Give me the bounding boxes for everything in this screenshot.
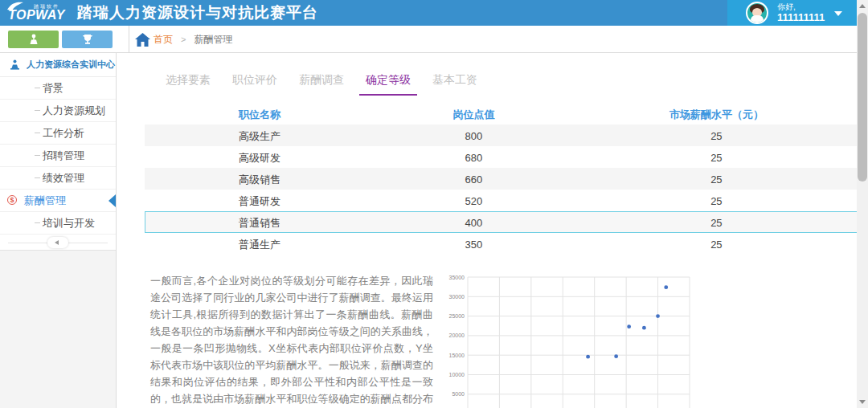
table-cell: 普通研发 [145, 190, 374, 212]
table-row[interactable]: 高级生产80025 [145, 124, 860, 146]
chevron-left-icon [55, 240, 59, 245]
scroll-down-icon[interactable] [859, 400, 866, 404]
breadcrumb: 首页 > 薪酬管理 [135, 26, 232, 53]
breadcrumb-current: 薪酬管理 [194, 33, 232, 47]
table-cell: 普通销售 [145, 212, 374, 234]
avatar[interactable] [746, 2, 768, 24]
grade-table: 职位名称岗位点值市场薪酬水平（元）高级生产80025高级研发68025高级销售6… [145, 104, 860, 255]
scatter-point [627, 324, 631, 328]
scatter-point [664, 285, 668, 289]
tree-dash [35, 133, 40, 133]
table-cell: 400 [374, 212, 574, 234]
table-row[interactable]: 高级销售66025 [145, 168, 860, 190]
table-cell: 高级销售 [145, 169, 374, 190]
scroll-up-icon[interactable] [859, 4, 866, 8]
sidebar-item-label: 培训与开发 [43, 217, 95, 229]
table-row[interactable]: 普通销售40025 [145, 211, 860, 233]
competition-mode-button[interactable] [62, 31, 113, 48]
y-axis-tick-label: 15000 [449, 353, 465, 358]
user-greeting: 你好, [777, 2, 825, 12]
sidebar-item-label: 背景 [43, 82, 63, 94]
table-row[interactable]: 普通研发52025 [145, 190, 860, 211]
sidebar-menu: 人力资源综合实训中心 背景人力资源规划工作分析招聘管理绩效管理$薪酬管理培训与开… [0, 53, 116, 251]
tab-1[interactable]: 选择要素 [159, 73, 217, 96]
vertical-scrollbar[interactable] [857, 0, 868, 408]
sidebar-item-label: 绩效管理 [43, 172, 84, 184]
home-icon[interactable] [135, 33, 150, 47]
main-content: 选择要素职位评价薪酬调查确定等级基本工资 职位名称岗位点值市场薪酬水平（元）高级… [129, 54, 857, 408]
scatter-point [614, 354, 618, 358]
table-cell: 520 [374, 190, 574, 212]
user-menu[interactable]: 你好, 111111111 [727, 0, 857, 26]
scatter-point [586, 355, 590, 359]
active-item-arrow-icon [108, 194, 116, 207]
tab-bar: 选择要素职位评价薪酬调查确定等级基本工资 [129, 54, 857, 96]
logo-text: TOPWAY [8, 8, 65, 22]
table-cell: 660 [374, 169, 574, 190]
breadcrumb-home[interactable]: 首页 [154, 33, 173, 47]
table-cell: 25 [574, 212, 859, 234]
table-row[interactable]: 高级研发68025 [145, 146, 860, 168]
table-cell: 高级研发 [145, 147, 374, 169]
sidebar-item-5[interactable]: 绩效管理 [0, 167, 116, 190]
page-title: 踏瑞人力资源设计与对抗比赛平台 [77, 0, 318, 26]
table-cell: 高级生产 [145, 125, 374, 147]
y-axis-tick-label: 25000 [449, 313, 465, 319]
tab-5[interactable]: 基本工资 [426, 73, 484, 96]
y-axis-tick-label: 30000 [449, 294, 465, 300]
sidebar-item-6[interactable]: $薪酬管理 [0, 190, 116, 212]
sidebar-item-3[interactable]: 工作分析 [0, 122, 116, 145]
table-header-row: 职位名称岗位点值市场薪酬水平（元） [145, 104, 860, 124]
sidebar-item-2[interactable]: 人力资源规划 [0, 100, 116, 122]
table-cell: 350 [374, 234, 574, 255]
tree-dash [35, 110, 40, 111]
person-chart-icon [10, 59, 20, 70]
chevron-down-icon[interactable] [834, 11, 842, 16]
tab-3[interactable]: 薪酬调查 [293, 73, 350, 96]
salary-curve-description: 一般而言,各个企业对岗位的等级划分可能存在差异，因此瑞途公司选择了同行业的几家公… [150, 272, 433, 408]
sidebar-item-1[interactable]: 背景 [0, 77, 116, 100]
user-name: 111111111 [777, 12, 825, 24]
sidebar: 人力资源综合实训中心 背景人力资源规划工作分析招聘管理绩效管理$薪酬管理培训与开… [0, 53, 117, 408]
sidebar-item-label: 薪酬管理 [24, 194, 66, 206]
scatter-point [656, 314, 660, 318]
tree-dash [35, 222, 40, 223]
trophy-icon [81, 33, 94, 46]
sidebar-center-title[interactable]: 人力资源综合实训中心 [0, 53, 116, 77]
training-mode-button[interactable] [8, 31, 59, 48]
tree-dash [35, 88, 40, 88]
sidebar-item-label: 招聘管理 [43, 149, 84, 161]
tab-4[interactable]: 确定等级 [359, 73, 417, 96]
table-cell: 25 [574, 190, 859, 212]
toolbar: 首页 > 薪酬管理 [0, 26, 868, 53]
y-axis-tick-label: 10000 [449, 372, 465, 377]
table-cell: 25 [574, 125, 859, 147]
sidebar-item-4[interactable]: 招聘管理 [0, 145, 116, 167]
topway-logo[interactable]: 踏瑞软件 TOPWAY [6, 2, 83, 24]
dollar-circle-icon: $ [7, 195, 17, 205]
sidebar-center-title-label: 人力资源综合实训中心 [27, 59, 115, 71]
table-cell: 800 [374, 125, 574, 147]
y-axis-tick-label: 35000 [449, 275, 465, 280]
user-info: 你好, 111111111 [777, 2, 825, 23]
sidebar-item-7[interactable]: 培训与开发 [0, 212, 116, 235]
y-axis-tick-label: 20000 [449, 333, 465, 338]
table-cell: 25 [574, 169, 859, 190]
tree-dash [35, 177, 40, 178]
sidebar-item-label: 人力资源规划 [43, 104, 105, 116]
salary-scatter-chart: 3500030000250002000015000100005000 [436, 268, 694, 408]
sidebar-collapse-row [0, 235, 116, 251]
tree-dash [35, 155, 40, 156]
divider [129, 26, 129, 53]
sidebar-collapse-button[interactable] [47, 237, 68, 248]
table-header-cell: 市场薪酬水平（元） [574, 104, 859, 125]
person-icon [27, 33, 40, 46]
table-cell: 普通生产 [145, 234, 374, 255]
scrollbar-thumb[interactable] [858, 13, 867, 182]
y-axis-tick-label: 5000 [452, 391, 465, 397]
tab-2[interactable]: 职位评价 [226, 73, 284, 96]
table-row[interactable]: 普通生产35025 [145, 233, 860, 255]
table-cell: 680 [374, 147, 574, 169]
breadcrumb-separator: > [181, 35, 186, 44]
scatter-point [642, 326, 646, 330]
